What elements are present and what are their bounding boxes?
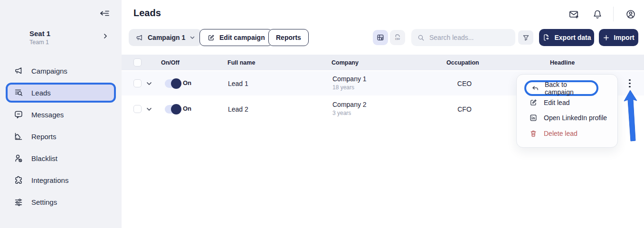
- funnel-icon: [522, 34, 530, 42]
- sidebar-item-label: Messages: [31, 111, 64, 119]
- sidebar: Seat 1 Team 1 Campaigns Leads: [0, 0, 122, 228]
- export-data-label: Export data: [554, 34, 591, 41]
- toggle-knob: [171, 78, 181, 89]
- toggle-state-label: On: [183, 79, 191, 86]
- sidebar-item-label: Campaigns: [31, 67, 67, 75]
- sidebar-item-campaigns[interactable]: Campaigns: [6, 61, 116, 81]
- megaphone-icon: [13, 66, 24, 76]
- campaign-selector-label: Campaign 1: [148, 34, 185, 41]
- column-header-headline: Headline: [550, 55, 575, 70]
- svg-text:CSV: CSV: [395, 38, 400, 40]
- row-actions-kebab-icon[interactable]: [626, 71, 634, 95]
- menu-item-label: Open LinkedIn profile: [544, 114, 607, 122]
- seat-selector[interactable]: Seat 1 Team 1: [29, 29, 50, 46]
- view-toggle: CSV: [373, 30, 405, 45]
- sidebar-item-label: Leads: [31, 89, 51, 97]
- topbar-divider: [613, 7, 614, 21]
- chevron-down-icon: [189, 35, 195, 40]
- sidebar-item-label: Reports: [31, 133, 57, 141]
- select-all-checkbox[interactable]: [133, 58, 142, 66]
- row-checkbox[interactable]: [133, 79, 142, 87]
- import-button[interactable]: Import: [599, 29, 638, 46]
- table-columns-settings-button[interactable]: [373, 30, 388, 45]
- expand-row-chevron-icon[interactable]: [145, 80, 153, 87]
- linkedin-icon: [529, 114, 538, 122]
- menu-item-label: Delete lead: [544, 130, 578, 137]
- table-header-row: On/Off Full name Company Occupation Head…: [122, 55, 644, 70]
- blocked-user-icon: [13, 153, 24, 163]
- column-header-company: Company: [331, 55, 359, 70]
- table-gear-icon: [376, 33, 385, 42]
- edit-campaign-button[interactable]: Edit campaign: [199, 29, 273, 46]
- menu-item-back-to-campaign[interactable]: Back to campaign: [524, 80, 598, 96]
- main-content: Leads Campaign 1 Ed: [122, 0, 644, 228]
- export-data-button[interactable]: Export data: [539, 29, 594, 46]
- menu-item-label: Back to campaign: [545, 81, 592, 96]
- reports-button[interactable]: Reports: [268, 29, 309, 46]
- sidebar-item-label: Integrations: [31, 176, 68, 184]
- chart-icon: [13, 131, 24, 142]
- chevron-right-icon[interactable]: [102, 32, 109, 40]
- sidebar-item-leads[interactable]: Leads: [6, 83, 116, 103]
- toggle-state-label: On: [183, 105, 191, 112]
- cell-occupation: CEO: [441, 71, 488, 95]
- lead-on-off-toggle[interactable]: [165, 79, 181, 88]
- company-name: Company 1: [332, 75, 367, 83]
- lead-list-search-icon: [13, 87, 24, 98]
- menu-item-open-linkedin[interactable]: Open LinkedIn profile: [529, 114, 607, 122]
- filter-button[interactable]: [518, 30, 533, 45]
- row-checkbox[interactable]: [133, 105, 142, 113]
- column-header-onoff: On/Off: [161, 55, 180, 70]
- search-leads-input[interactable]: [429, 34, 505, 41]
- puzzle-icon: [13, 175, 24, 185]
- account-avatar-icon[interactable]: [625, 9, 636, 19]
- file-export-icon: [542, 33, 550, 42]
- undo-arrow-icon: [531, 84, 540, 93]
- sidebar-item-integrations[interactable]: Integrations: [6, 170, 116, 190]
- seat-name: Seat 1: [29, 29, 50, 38]
- collapse-sidebar-icon[interactable]: [99, 8, 110, 19]
- seat-team: Team 1: [29, 39, 50, 46]
- mail-plus-icon[interactable]: [568, 9, 579, 19]
- campaign-selector[interactable]: Campaign 1: [129, 29, 202, 46]
- search-icon: [417, 34, 425, 42]
- sidebar-item-label: Blacklist: [31, 154, 57, 162]
- reports-button-label: Reports: [276, 34, 301, 41]
- csv-view-button[interactable]: CSV: [390, 30, 405, 45]
- megaphone-icon: [135, 34, 143, 42]
- sliders-icon: [13, 197, 24, 207]
- search-leads-box: [411, 29, 515, 46]
- company-duration: 3 years: [332, 110, 367, 116]
- pencil-icon: [529, 98, 538, 107]
- plus-icon: [603, 34, 610, 41]
- expand-row-chevron-icon[interactable]: [145, 105, 153, 113]
- bell-icon[interactable]: [592, 9, 603, 19]
- cell-full-name: Lead 1: [228, 71, 248, 95]
- cell-company: Company 1 18 years: [332, 75, 367, 91]
- menu-item-delete-lead[interactable]: Delete lead: [529, 129, 578, 138]
- sidebar-nav: Campaigns Leads Messages: [0, 59, 122, 214]
- trash-icon: [529, 129, 538, 138]
- sidebar-item-settings[interactable]: Settings: [6, 192, 116, 212]
- lead-on-off-toggle[interactable]: [165, 105, 181, 114]
- pencil-icon: [207, 34, 215, 42]
- cell-occupation: CFO: [441, 97, 488, 121]
- cell-company: Company 2 3 years: [332, 101, 367, 116]
- sidebar-item-blacklist[interactable]: Blacklist: [6, 148, 116, 168]
- chat-bubble-icon: [13, 109, 24, 120]
- sidebar-item-messages[interactable]: Messages: [6, 104, 116, 124]
- cell-full-name: Lead 2: [228, 97, 248, 121]
- toggle-knob: [171, 104, 181, 114]
- page-title: Leads: [133, 8, 161, 19]
- row-context-menu: Back to campaign Edit lead Open LinkedIn…: [516, 74, 618, 148]
- menu-item-edit-lead[interactable]: Edit lead: [529, 98, 569, 107]
- company-duration: 18 years: [332, 84, 367, 91]
- csv-file-icon: CSV: [393, 33, 402, 42]
- edit-campaign-label: Edit campaign: [219, 34, 265, 41]
- column-header-fullname: Full name: [227, 55, 255, 70]
- menu-item-label: Edit lead: [544, 99, 569, 106]
- sidebar-item-label: Settings: [31, 198, 57, 206]
- import-label: Import: [614, 34, 635, 41]
- company-name: Company 2: [332, 101, 367, 108]
- sidebar-item-reports[interactable]: Reports: [6, 126, 116, 146]
